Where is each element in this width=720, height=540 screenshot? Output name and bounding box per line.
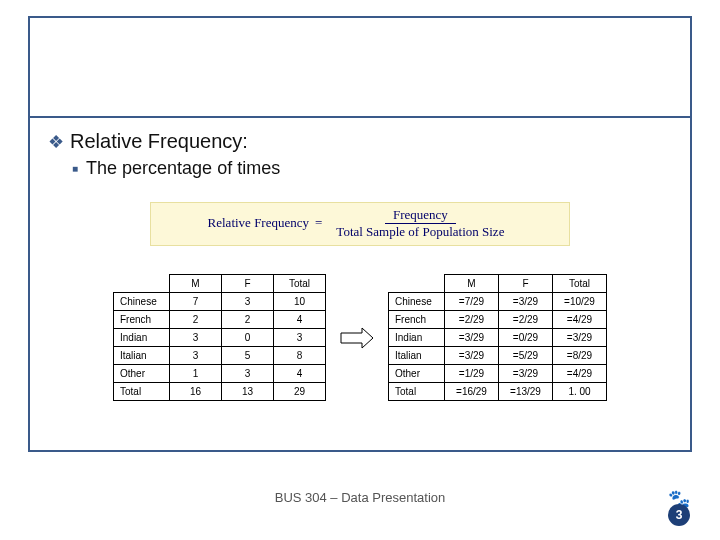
table-row: Indian=3/29=0/29=3/29 [389, 329, 607, 347]
formula-denominator: Total Sample of Population Size [328, 224, 512, 240]
footer-text: BUS 304 – Data Presentation [0, 490, 720, 505]
bullet-level1: ❖ Relative Frequency: [48, 130, 672, 154]
table-row: Other=1/29=3/29=4/29 [389, 365, 607, 383]
header-cell [389, 275, 445, 293]
table-row: M F Total [389, 275, 607, 293]
table-row: Total161329 [114, 383, 326, 401]
formula-fraction: Frequency Total Sample of Population Siz… [328, 207, 512, 239]
formula-numerator: Frequency [385, 207, 456, 224]
equals-sign: = [315, 215, 322, 231]
table-row: Other134 [114, 365, 326, 383]
slide-frame: ❖ Relative Frequency: ■ The percentage o… [28, 16, 692, 452]
relative-frequency-table: M F Total Chinese=7/29=3/29=10/29 French… [388, 274, 607, 401]
formula-box: Relative Frequency = Frequency Total Sam… [150, 202, 570, 246]
table-row: Italian=3/29=5/29=8/29 [389, 347, 607, 365]
title-area [30, 18, 690, 118]
square-bullet-icon: ■ [72, 158, 78, 180]
formula-lhs: Relative Frequency [208, 215, 309, 231]
frequency-table: M F Total Chinese7310 French224 Indian30… [113, 274, 326, 401]
tables-row: M F Total Chinese7310 French224 Indian30… [48, 274, 672, 401]
sub-text: The percentage of times [86, 158, 280, 179]
header-cell: Total [274, 275, 326, 293]
heading-text: Relative Frequency: [70, 130, 248, 153]
table-row: Indian303 [114, 329, 326, 347]
table-row: French=2/29=2/29=4/29 [389, 311, 607, 329]
bullet-level2: ■ The percentage of times [72, 158, 672, 180]
table-row: Total=16/29=13/291. 00 [389, 383, 607, 401]
table-row: Italian358 [114, 347, 326, 365]
arrow-right-icon [340, 327, 374, 349]
diamond-bullet-icon: ❖ [48, 130, 64, 154]
table-row: M F Total [114, 275, 326, 293]
header-cell: F [499, 275, 553, 293]
table-row: French224 [114, 311, 326, 329]
content-area: ❖ Relative Frequency: ■ The percentage o… [30, 118, 690, 401]
table-row: Chinese=7/29=3/29=10/29 [389, 293, 607, 311]
header-cell: M [170, 275, 222, 293]
header-cell [114, 275, 170, 293]
header-cell: M [445, 275, 499, 293]
header-cell: Total [553, 275, 607, 293]
table-row: Chinese7310 [114, 293, 326, 311]
page-number: 3 [668, 504, 690, 526]
header-cell: F [222, 275, 274, 293]
page-badge: 🐾 3 [668, 492, 690, 526]
